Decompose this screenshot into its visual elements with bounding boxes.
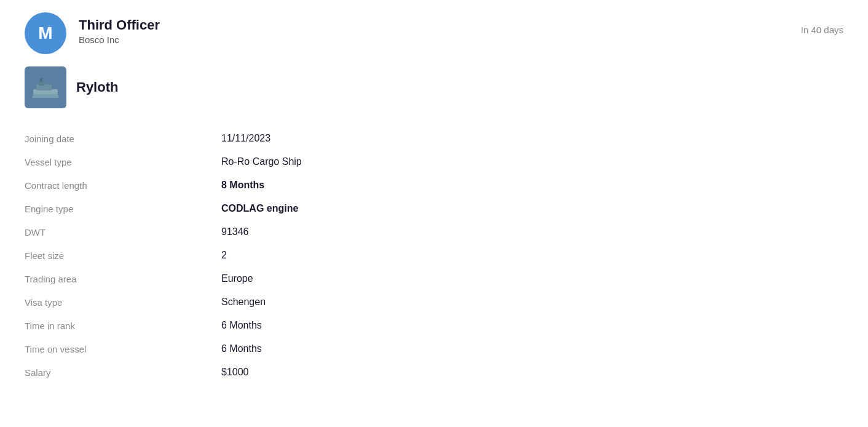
vessel-section: Ryloth bbox=[25, 66, 843, 108]
detail-row: Joining date11/11/2023 bbox=[25, 127, 843, 150]
detail-label: Time on vessel bbox=[25, 344, 221, 354]
detail-label: Time in rank bbox=[25, 321, 221, 331]
detail-row: DWT91346 bbox=[25, 220, 843, 244]
detail-label: Contract length bbox=[25, 180, 221, 191]
detail-value: Europe bbox=[221, 273, 253, 284]
detail-label: DWT bbox=[25, 227, 221, 237]
detail-label: Visa type bbox=[25, 297, 221, 308]
header-section: M Third Officer Bosco Inc In 40 days bbox=[25, 12, 843, 54]
detail-value: Schengen bbox=[221, 297, 266, 308]
logo-letter: M bbox=[38, 23, 52, 43]
detail-value: 2 bbox=[221, 250, 227, 261]
detail-row: Time in rank6 Months bbox=[25, 314, 843, 337]
detail-row: Engine typeCODLAG engine bbox=[25, 197, 843, 220]
detail-value: Ro-Ro Cargo Ship bbox=[221, 156, 302, 167]
detail-row: Vessel typeRo-Ro Cargo Ship bbox=[25, 150, 843, 174]
detail-value: 6 Months bbox=[221, 343, 262, 354]
company-name: Bosco Inc bbox=[79, 34, 160, 45]
vessel-name: Ryloth bbox=[76, 79, 118, 95]
detail-label: Trading area bbox=[25, 274, 221, 284]
detail-label: Vessel type bbox=[25, 157, 221, 167]
svg-rect-3 bbox=[40, 78, 42, 82]
availability-badge: In 40 days bbox=[801, 12, 843, 35]
job-title: Third Officer bbox=[79, 17, 160, 33]
details-section: Joining date11/11/2023Vessel typeRo-Ro C… bbox=[25, 127, 843, 384]
detail-label: Salary bbox=[25, 367, 221, 378]
detail-value: 91346 bbox=[221, 226, 249, 237]
detail-value: 6 Months bbox=[221, 320, 262, 331]
detail-row: Fleet size2 bbox=[25, 244, 843, 267]
detail-label: Joining date bbox=[25, 134, 221, 144]
detail-row: Salary$1000 bbox=[25, 361, 843, 384]
header-text: Third Officer Bosco Inc bbox=[79, 12, 160, 45]
detail-row: Contract length8 Months bbox=[25, 174, 843, 197]
detail-row: Time on vessel6 Months bbox=[25, 337, 843, 361]
company-logo: M bbox=[25, 12, 66, 54]
detail-value: $1000 bbox=[221, 367, 249, 378]
detail-value: 11/11/2023 bbox=[221, 133, 270, 144]
detail-row: Visa typeSchengen bbox=[25, 290, 843, 314]
vessel-image bbox=[25, 66, 66, 108]
detail-row: Trading areaEurope bbox=[25, 267, 843, 290]
detail-value: CODLAG engine bbox=[221, 203, 298, 214]
detail-label: Fleet size bbox=[25, 250, 221, 261]
svg-marker-4 bbox=[32, 94, 59, 98]
detail-label: Engine type bbox=[25, 204, 221, 214]
detail-value: 8 Months bbox=[221, 180, 264, 191]
